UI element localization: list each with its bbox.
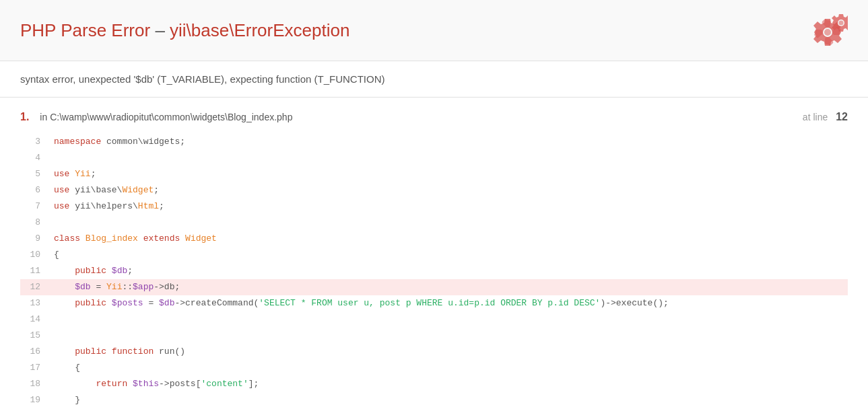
code-row: 18 return $this->posts['content']; [20,376,848,392]
line-code [54,150,848,166]
line-number-gutter: 8 [20,215,54,231]
line-code: { [54,247,848,263]
code-row: 3namespace common\widgets; [20,134,848,150]
line-code: public $posts = $db->createCommand('SELE… [54,295,848,311]
line-code: } [54,392,848,407]
line-number-gutter: 18 [20,376,54,392]
code-row: 6use yii\base\Widget; [20,182,848,198]
error-header: PHP Parse Error – yii\base\ErrorExceptio… [0,0,868,61]
line-code: use yii\helpers\Html; [54,198,848,215]
line-code: namespace common\widgets; [54,134,848,150]
code-row: 17 { [20,360,848,376]
line-code: use yii\base\Widget; [54,182,848,198]
error-location: 1. in C:\wamp\www\radiopitut\common\widg… [20,111,848,123]
line-code [54,215,848,231]
code-row: 5use Yii; [20,166,848,182]
line-number-gutter: 5 [20,166,54,182]
code-row: 19 } [20,392,848,407]
line-code [54,328,848,344]
line-number-gutter: 19 [20,392,54,407]
code-row: 4 [20,150,848,166]
line-number-gutter: 15 [20,328,54,344]
line-number-gutter: 12 [20,279,54,295]
at-line-label: at line [803,112,828,122]
code-row: 13 public $posts = $db->createCommand('S… [20,295,848,311]
file-path: in C:\wamp\www\radiopitut\common\widgets… [40,112,803,122]
line-number-gutter: 10 [20,247,54,263]
error-type: PHP Parse Error [20,20,150,40]
line-code: $db = Yii::$app->db; [54,279,848,295]
location-index: 1. [20,111,29,123]
code-row: 11 public $db; [20,263,848,279]
line-code [54,311,848,328]
gear-icon [807,13,848,47]
code-row: 7use yii\helpers\Html; [20,198,848,215]
exception-class: yii\base\ErrorException [170,20,349,40]
line-number: 12 [836,111,848,123]
line-code: { [54,360,848,376]
title-separator: – [155,20,170,40]
error-description: syntax error, unexpected '$db' (T_VARIAB… [0,61,868,98]
line-code: use Yii; [54,166,848,182]
main-content: 1. in C:\wamp\www\radiopitut\common\widg… [0,98,868,407]
line-number-gutter: 16 [20,344,54,360]
line-number-gutter: 13 [20,295,54,311]
code-block: 3namespace common\widgets;45use Yii;6use… [20,134,848,407]
page-title: PHP Parse Error – yii\base\ErrorExceptio… [20,20,349,41]
svg-point-10 [824,29,831,36]
line-number-gutter: 11 [20,263,54,279]
line-code: return $this->posts['content']; [54,376,848,392]
code-row: 10{ [20,247,848,263]
svg-point-12 [839,21,844,26]
line-number-gutter: 9 [20,231,54,247]
code-row: 14 [20,311,848,328]
line-number-gutter: 4 [20,150,54,166]
code-row: 16 public function run() [20,344,848,360]
line-number-gutter: 3 [20,134,54,150]
code-row: 15 [20,328,848,344]
line-code: public function run() [54,344,848,360]
line-code: public $db; [54,263,848,279]
line-number-gutter: 14 [20,311,54,328]
line-code: class Blog_index extends Widget [54,231,848,247]
line-number-gutter: 6 [20,182,54,198]
code-row: 9class Blog_index extends Widget [20,231,848,247]
line-number-gutter: 7 [20,198,54,215]
code-row: 8 [20,215,848,231]
line-number-gutter: 17 [20,360,54,376]
code-row: 12 $db = Yii::$app->db; [20,279,848,295]
